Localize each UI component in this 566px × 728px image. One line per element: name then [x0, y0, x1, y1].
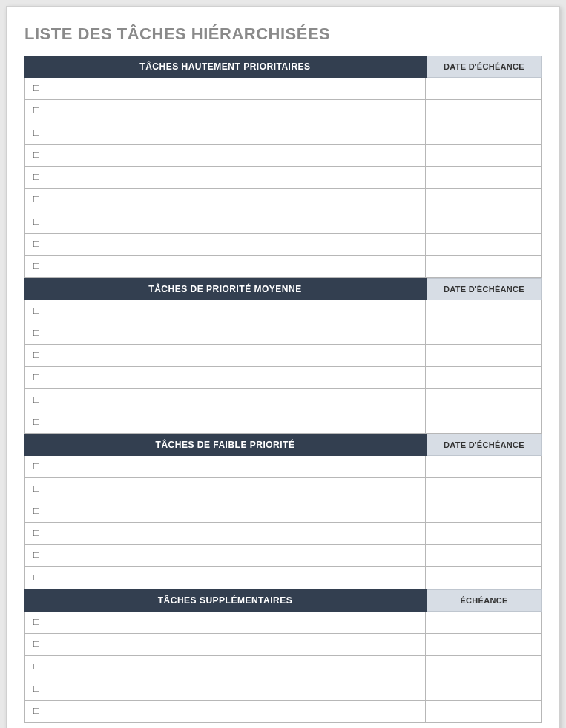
- checkbox-icon[interactable]: ☐: [25, 701, 47, 722]
- task-cell[interactable]: [47, 100, 426, 122]
- date-cell[interactable]: [426, 189, 541, 211]
- date-cell[interactable]: [426, 234, 541, 255]
- task-cell[interactable]: [47, 78, 426, 99]
- date-cell[interactable]: [426, 634, 541, 655]
- checkbox-icon[interactable]: ☐: [25, 167, 47, 188]
- date-cell[interactable]: [426, 256, 541, 277]
- task-row: ☐: [24, 656, 542, 678]
- task-row: ☐: [24, 167, 542, 189]
- document-page: LISTE DES TÂCHES HIÉRARCHISÉES TÂCHES HA…: [6, 6, 560, 728]
- checkbox-icon[interactable]: ☐: [25, 234, 47, 255]
- date-cell[interactable]: [426, 478, 541, 500]
- task-row: ☐: [24, 456, 542, 478]
- task-row: ☐: [24, 367, 542, 389]
- task-cell[interactable]: [47, 367, 426, 388]
- task-cell[interactable]: [47, 345, 426, 366]
- date-cell[interactable]: [426, 345, 541, 366]
- date-cell[interactable]: [426, 211, 541, 233]
- task-row: ☐: [24, 389, 542, 411]
- section-header: TÂCHES DE FAIBLE PRIORITÉDATE D'ÉCHÉANCE: [24, 434, 542, 456]
- task-cell[interactable]: [47, 389, 426, 411]
- date-cell[interactable]: [426, 389, 541, 411]
- checkbox-icon[interactable]: ☐: [25, 634, 47, 655]
- checkbox-icon[interactable]: ☐: [25, 256, 47, 277]
- date-cell[interactable]: [426, 145, 541, 166]
- task-row: ☐: [24, 300, 542, 322]
- task-cell[interactable]: [47, 211, 426, 233]
- task-cell[interactable]: [47, 701, 426, 722]
- task-row: ☐: [24, 634, 542, 656]
- checkbox-icon[interactable]: ☐: [25, 678, 47, 700]
- task-row: ☐: [24, 478, 542, 500]
- checkbox-icon[interactable]: ☐: [25, 122, 47, 144]
- task-cell[interactable]: [47, 500, 426, 522]
- task-cell[interactable]: [47, 523, 426, 544]
- checkbox-icon[interactable]: ☐: [25, 567, 47, 589]
- checkbox-icon[interactable]: ☐: [25, 523, 47, 544]
- task-cell[interactable]: [47, 167, 426, 188]
- checkbox-icon[interactable]: ☐: [25, 189, 47, 211]
- task-row: ☐: [24, 211, 542, 234]
- task-cell[interactable]: [47, 545, 426, 566]
- checkbox-icon[interactable]: ☐: [25, 100, 47, 122]
- checkbox-icon[interactable]: ☐: [25, 456, 47, 477]
- date-cell[interactable]: [426, 122, 541, 144]
- date-cell[interactable]: [426, 523, 541, 544]
- section-header-date: DATE D'ÉCHÉANCE: [427, 56, 542, 78]
- page-title: LISTE DES TÂCHES HIÉRARCHISÉES: [24, 24, 542, 44]
- checkbox-icon[interactable]: ☐: [25, 78, 47, 99]
- task-row: ☐: [24, 234, 542, 256]
- date-cell[interactable]: [426, 678, 541, 700]
- task-cell[interactable]: [47, 478, 426, 500]
- task-cell[interactable]: [47, 300, 426, 322]
- checkbox-icon[interactable]: ☐: [25, 500, 47, 522]
- task-cell[interactable]: [47, 145, 426, 166]
- date-cell[interactable]: [426, 167, 541, 188]
- task-cell[interactable]: [47, 634, 426, 655]
- date-cell[interactable]: [426, 456, 541, 477]
- task-cell[interactable]: [47, 678, 426, 700]
- date-cell[interactable]: [426, 500, 541, 522]
- task-cell[interactable]: [47, 322, 426, 344]
- checkbox-icon[interactable]: ☐: [25, 322, 47, 344]
- task-cell[interactable]: [47, 411, 426, 433]
- date-cell[interactable]: [426, 612, 541, 633]
- date-cell[interactable]: [426, 545, 541, 566]
- task-cell[interactable]: [47, 234, 426, 255]
- section-header-date: DATE D'ÉCHÉANCE: [427, 278, 542, 300]
- task-cell[interactable]: [47, 189, 426, 211]
- checkbox-icon[interactable]: ☐: [25, 411, 47, 433]
- date-cell[interactable]: [426, 78, 541, 99]
- checkbox-icon[interactable]: ☐: [25, 389, 47, 411]
- checkbox-icon[interactable]: ☐: [25, 545, 47, 566]
- section-header-title: TÂCHES DE FAIBLE PRIORITÉ: [24, 434, 427, 456]
- date-cell[interactable]: [426, 300, 541, 322]
- date-cell[interactable]: [426, 322, 541, 344]
- section-header-date: DATE D'ÉCHÉANCE: [427, 434, 542, 456]
- task-row: ☐: [24, 612, 542, 634]
- date-cell[interactable]: [426, 100, 541, 122]
- task-row: ☐: [24, 411, 542, 434]
- task-cell[interactable]: [47, 256, 426, 277]
- checkbox-icon[interactable]: ☐: [25, 211, 47, 233]
- checkbox-icon[interactable]: ☐: [25, 612, 47, 633]
- checkbox-icon[interactable]: ☐: [25, 367, 47, 388]
- date-cell[interactable]: [426, 701, 541, 722]
- task-cell[interactable]: [47, 612, 426, 633]
- section-header-title: TÂCHES SUPPLÉMENTAIRES: [24, 589, 427, 612]
- task-cell[interactable]: [47, 456, 426, 477]
- task-cell[interactable]: [47, 567, 426, 589]
- task-cell[interactable]: [47, 656, 426, 678]
- task-row: ☐: [24, 256, 542, 278]
- checkbox-icon[interactable]: ☐: [25, 300, 47, 322]
- checkbox-icon[interactable]: ☐: [25, 478, 47, 500]
- date-cell[interactable]: [426, 367, 541, 388]
- checkbox-icon[interactable]: ☐: [25, 656, 47, 678]
- checkbox-icon[interactable]: ☐: [25, 345, 47, 366]
- checkbox-icon[interactable]: ☐: [25, 145, 47, 166]
- task-row: ☐: [24, 701, 542, 723]
- date-cell[interactable]: [426, 656, 541, 678]
- task-cell[interactable]: [47, 122, 426, 144]
- date-cell[interactable]: [426, 411, 541, 433]
- date-cell[interactable]: [426, 567, 541, 589]
